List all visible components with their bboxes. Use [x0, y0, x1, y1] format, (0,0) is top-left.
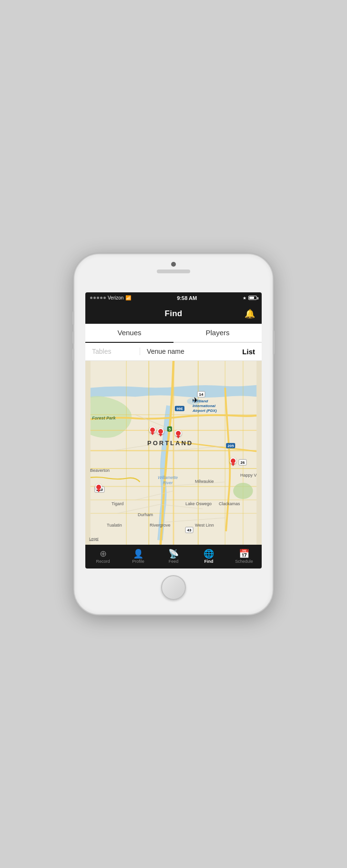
- signal-dot-1: [90, 297, 92, 299]
- status-time: 9:58 AM: [177, 295, 197, 301]
- calendar-icon: 📅: [239, 549, 249, 558]
- filter-venue-name[interactable]: Venue name: [140, 348, 235, 355]
- home-button-area: [74, 569, 273, 607]
- oregon-city-label: Oregon City: [190, 544, 213, 545]
- beaverton-label: Beaverton: [90, 468, 110, 473]
- tab-profile[interactable]: 👤 Profile: [124, 549, 153, 564]
- tab-find[interactable]: 🌐 Find: [194, 549, 223, 564]
- front-camera: [171, 262, 176, 267]
- person-icon: 👤: [133, 549, 143, 558]
- bottom-tab-bar: ⊕ Record 👤 Profile 📡 Feed 🌐 Find 📅 Sched…: [85, 545, 262, 569]
- happy-valley-label: Happy V: [240, 473, 257, 478]
- feed-icon: 📡: [168, 549, 179, 558]
- schedule-label: Schedule: [235, 559, 253, 564]
- tab-record[interactable]: ⊕ Record: [89, 549, 117, 564]
- tualatin-label: Tualatin: [107, 523, 122, 528]
- feed-label: Feed: [169, 559, 179, 564]
- bluetooth-icon: ★: [243, 296, 246, 300]
- filter-bar: Tables Venue name List: [85, 343, 262, 361]
- tigard-label: Tigard: [112, 501, 123, 506]
- map-svg: [85, 361, 262, 545]
- wifi-icon: 📶: [125, 295, 131, 300]
- filter-tables[interactable]: Tables: [85, 348, 140, 355]
- status-right: ★: [243, 296, 257, 300]
- map-pin-4[interactable]: [230, 458, 236, 464]
- profile-label: Profile: [132, 559, 144, 564]
- map-pin-3[interactable]: [175, 430, 182, 437]
- signal-dot-2: [93, 297, 96, 299]
- tab-schedule[interactable]: 📅 Schedule: [230, 549, 258, 564]
- signal-dot-5: [103, 297, 106, 299]
- globe-icon: 🌐: [204, 549, 214, 558]
- nav-title: Find: [164, 309, 182, 319]
- highway-14: 14: [197, 391, 205, 397]
- city-label: PORTLAND: [147, 439, 193, 447]
- signal-dot-4: [100, 297, 102, 299]
- airport-icon: ✈: [192, 395, 198, 404]
- carrier-label: Verizon: [108, 295, 123, 300]
- status-left: Verizon 📶: [90, 295, 131, 300]
- highway-205: 205: [226, 443, 235, 448]
- map-area[interactable]: PORTLAND WillametteRiver Forest Park Por…: [85, 361, 262, 545]
- battery-fill: [249, 297, 254, 299]
- phone-top: [74, 254, 273, 292]
- lake-oswego-label: Lake Oswego: [185, 501, 212, 506]
- map-pin-2[interactable]: [157, 428, 164, 435]
- tab-players[interactable]: Players: [174, 324, 262, 342]
- status-bar: Verizon 📶 9:58 AM ★: [85, 292, 262, 304]
- west-linn-label: West Linn: [195, 523, 214, 528]
- signal-dot-3: [97, 297, 99, 299]
- highway-26: 26: [239, 459, 247, 465]
- home-button[interactable]: [161, 575, 186, 600]
- highway-99e: 99E: [175, 406, 184, 411]
- vol-up-button[interactable]: [72, 331, 74, 344]
- rivergrove-label: Rivergrove: [150, 523, 171, 528]
- find-label: Find: [204, 559, 214, 564]
- speaker: [157, 269, 190, 273]
- record-label: Record: [96, 559, 110, 564]
- phone-frame: Verizon 📶 9:58 AM ★ Find 🔔 Venues Player…: [73, 253, 274, 615]
- vol-down-button[interactable]: [72, 349, 74, 361]
- nav-bar: Find 🔔: [85, 304, 262, 324]
- park-label: Forest Park: [92, 416, 116, 420]
- signal-dots: [90, 297, 106, 299]
- highway-5: 5: [167, 426, 172, 431]
- legal-text[interactable]: Legal: [89, 537, 99, 541]
- tab-feed[interactable]: 📡 Feed: [159, 549, 188, 564]
- map-pin-1[interactable]: [149, 427, 156, 433]
- plus-circle-icon: ⊕: [100, 549, 107, 558]
- river-label: WillametteRiver: [158, 475, 178, 486]
- durham-label: Durham: [138, 512, 153, 517]
- clackamas-label: Clackamas: [219, 501, 240, 506]
- filter-list-button[interactable]: List: [235, 348, 262, 356]
- tab-venues[interactable]: Venues: [85, 324, 174, 342]
- bell-icon[interactable]: 🔔: [245, 309, 255, 319]
- highway-43: 43: [185, 527, 194, 533]
- map-pin-5[interactable]: [95, 484, 102, 490]
- battery-icon: [248, 296, 257, 300]
- milwaukie-label: Milwaukie: [195, 479, 214, 484]
- screen: Verizon 📶 9:58 AM ★ Find 🔔 Venues Player…: [85, 292, 262, 569]
- svg-point-22: [233, 483, 253, 499]
- tab-bar: Venues Players: [85, 324, 262, 343]
